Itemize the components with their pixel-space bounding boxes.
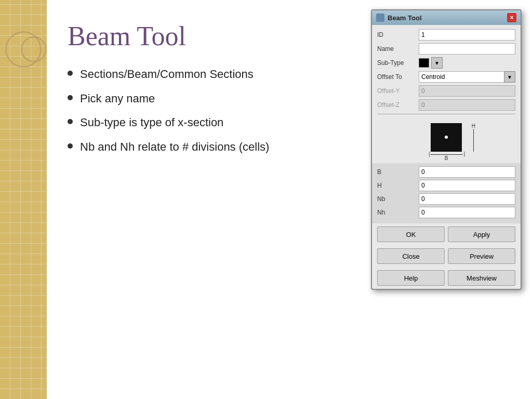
b-row: B (377, 166, 515, 178)
preview-button[interactable]: Preview (448, 248, 515, 264)
nb-label: Nb (377, 195, 419, 203)
cs-rect (431, 123, 462, 152)
close-button[interactable]: Close (377, 248, 445, 264)
offset-to-label: Offset To (377, 73, 419, 81)
bullet-dot (68, 119, 73, 124)
id-row: ID (377, 29, 515, 41)
dialog-app-icon (376, 14, 384, 22)
b-dim-label: B (431, 155, 462, 161)
beam-tool-dialog: Beam Tool × ID Name Sub-Type ▼ (371, 9, 522, 290)
cs-centroid-dot (445, 136, 448, 139)
offset-y-row: Offset-Y (377, 85, 515, 97)
nb-input[interactable] (419, 193, 515, 205)
help-button[interactable]: Help (377, 270, 445, 286)
button-row-1: OK Apply (372, 223, 521, 245)
offset-to-row: Offset To ▼ (377, 71, 515, 83)
offset-to-input[interactable] (419, 71, 504, 83)
bullet-text-1: Sections/Beam/Common Sections (80, 67, 254, 82)
circle-inner (21, 36, 47, 62)
h-input[interactable] (419, 180, 515, 191)
bullet-dot (68, 71, 73, 76)
subtype-color-box (419, 58, 429, 68)
sidebar (0, 0, 47, 399)
nh-row: Nh (377, 207, 515, 218)
dialog-title-left: Beam Tool (376, 14, 422, 22)
offset-z-label: Offset-Z (377, 101, 419, 109)
bullet-text-4: Nb and Nh relate to # divisions (cells) (80, 140, 269, 155)
dialog-form-body: ID Name Sub-Type ▼ Offset To (372, 25, 521, 163)
main-content: Beam Tool Sections/Beam/Common Sections … (47, 0, 532, 399)
cross-section-diagram: B |← →| H (431, 123, 462, 154)
b-label: B (377, 168, 419, 176)
offset-y-label: Offset-Y (377, 87, 419, 95)
name-label: Name (377, 45, 419, 52)
b-dimension: B (431, 154, 462, 161)
nb-row: Nb (377, 193, 515, 205)
h-label: H (377, 182, 419, 189)
dialog-close-button[interactable]: × (507, 13, 516, 22)
nh-input[interactable] (419, 207, 515, 218)
name-row: Name (377, 43, 515, 55)
apply-button[interactable]: Apply (448, 227, 515, 242)
bullet-text-3: Sub-type is type of x-section (80, 115, 223, 130)
offset-y-input[interactable] (419, 85, 515, 97)
b-input[interactable] (419, 166, 515, 178)
bullet-dot (68, 95, 73, 100)
button-row-3: Help Meshview (372, 267, 521, 289)
b-arrow-left: |← (429, 151, 435, 157)
h-dim-label: H (472, 123, 475, 129)
offset-to-select: ▼ (419, 71, 515, 83)
subtype-label: Sub-Type (377, 59, 419, 66)
h-dimension: H (472, 123, 475, 152)
offset-z-input[interactable] (419, 99, 515, 111)
id-label: ID (377, 31, 419, 38)
bullet-dot (68, 143, 73, 149)
offset-to-dropdown-button[interactable]: ▼ (504, 71, 515, 83)
meshview-button[interactable]: Meshview (448, 270, 515, 286)
nh-label: Nh (377, 209, 419, 216)
bullet-text-2: Pick any name (80, 91, 155, 107)
cross-section-diagram-area: B |← →| H (377, 117, 515, 159)
offset-z-row: Offset-Z (377, 99, 515, 111)
divider-1 (377, 114, 515, 114)
dialog-titlebar: Beam Tool × (372, 10, 521, 25)
button-row-2: Close Preview (372, 245, 521, 267)
id-input[interactable] (419, 29, 515, 41)
cs-wrapper: B |← →| H (431, 123, 462, 152)
name-input[interactable] (419, 43, 515, 55)
subtype-select: ▼ (419, 57, 515, 69)
b-arrow-right: →| (458, 151, 465, 157)
ok-button[interactable]: OK (377, 227, 445, 242)
h-row: H (377, 180, 515, 191)
subtype-row: Sub-Type ▼ (377, 57, 515, 69)
params-section: B H Nb Nh (372, 163, 521, 223)
dialog-title-text: Beam Tool (388, 14, 422, 22)
subtype-dropdown-button[interactable]: ▼ (431, 57, 443, 69)
